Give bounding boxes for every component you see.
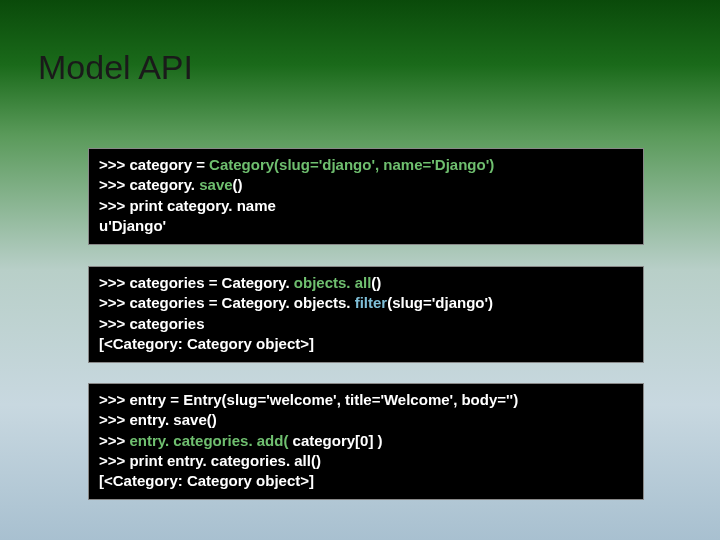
code-line: >>> category. (99, 176, 199, 193)
code-line: [<Category: Category object>] (99, 472, 314, 489)
code-line: >>> print entry. categories. all() (99, 452, 321, 469)
code-line: >>> category = (99, 156, 209, 173)
code-text: (slug='django') (387, 294, 493, 311)
code-highlight: entry. categories. add( (129, 432, 292, 449)
code-block-3: >>> entry = Entry(slug='welcome', title=… (88, 383, 644, 500)
code-line: >>> entry. save() (99, 411, 217, 428)
code-line: u'Django' (99, 217, 166, 234)
code-text: category[0] ) (293, 432, 383, 449)
slide-title: Model API (38, 48, 193, 87)
code-line: >>> (99, 432, 129, 449)
code-highlight: Category(slug='django', name='Django') (209, 156, 494, 173)
code-highlight: save (199, 176, 232, 193)
code-text: () (371, 274, 381, 291)
code-line: >>> entry = Entry(slug='welcome', title=… (99, 391, 518, 408)
code-highlight: objects. all (294, 274, 372, 291)
code-text: () (233, 176, 243, 193)
code-line: [<Category: Category object>] (99, 335, 314, 352)
code-block-2: >>> categories = Category. objects. all(… (88, 266, 644, 363)
code-line: >>> categories = Category. objects. (99, 294, 355, 311)
code-line: >>> categories = Category. (99, 274, 294, 291)
code-highlight: filter (355, 294, 388, 311)
code-line: >>> categories (99, 315, 204, 332)
code-line: >>> print category. name (99, 197, 276, 214)
code-block-1: >>> category = Category(slug='django', n… (88, 148, 644, 245)
